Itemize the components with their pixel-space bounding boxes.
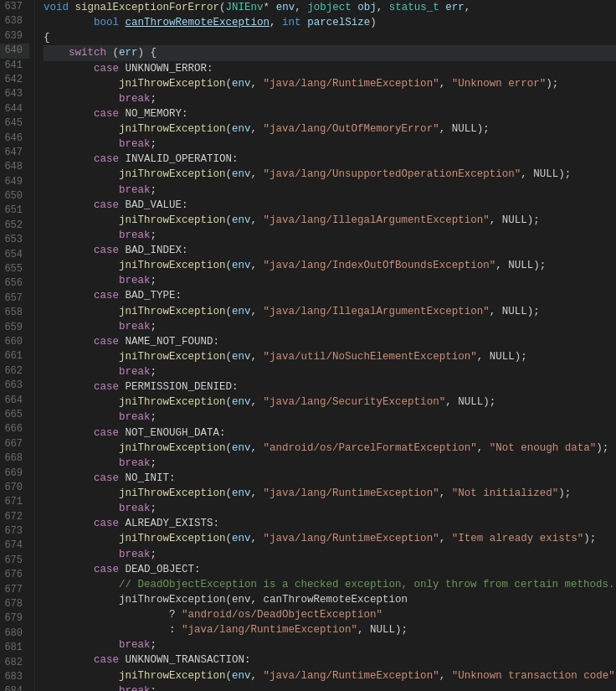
line-number: 681 <box>0 641 29 655</box>
line-number: 645 <box>0 116 29 131</box>
line-number: 659 <box>0 321 29 335</box>
code-line: case NAME_NOT_FOUND: <box>44 334 616 349</box>
line-number: 652 <box>0 219 29 233</box>
line-number: 661 <box>0 349 29 364</box>
line-number: 656 <box>0 276 29 291</box>
code-line: break; <box>44 501 616 516</box>
line-number: 664 <box>0 394 29 408</box>
code-line: jniThrowException(env, "android/os/Parce… <box>44 441 616 456</box>
code-line: case NO_MEMORY: <box>44 106 616 121</box>
line-number: 677 <box>0 583 29 597</box>
line-number: 646 <box>0 131 29 146</box>
line-number: 647 <box>0 146 29 160</box>
code-line: jniThrowException(env, "java/lang/IndexO… <box>44 258 616 273</box>
code-line: case UNKNOWN_ERROR: <box>44 61 616 76</box>
code-line: bool canThrowRemoteException, int parcel… <box>44 15 616 30</box>
line-number: 653 <box>0 233 29 247</box>
line-number: 643 <box>0 87 29 101</box>
line-number: 648 <box>0 160 29 174</box>
line-number: 672 <box>0 510 29 524</box>
line-number: 638 <box>0 14 29 28</box>
code-line: jniThrowException(env, "java/lang/OutOfM… <box>44 121 616 137</box>
line-number: 651 <box>0 204 29 218</box>
code-line: case ALREADY_EXISTS: <box>44 516 616 531</box>
line-number-gutter: 6376386396406416426436446456466476486496… <box>0 0 35 691</box>
code-line: jniThrowException(env, "java/lang/Securi… <box>44 394 616 410</box>
line-number: 673 <box>0 524 29 539</box>
line-number: 644 <box>0 102 29 116</box>
line-number: 684 <box>0 684 29 691</box>
code-line: break; <box>44 273 616 288</box>
code-line: break; <box>44 228 616 243</box>
code-line: case DEAD_OBJECT: <box>44 562 616 577</box>
line-number: 675 <box>0 554 29 568</box>
line-number: 680 <box>0 627 29 641</box>
code-line: break; <box>44 410 616 425</box>
code-line: break; <box>44 547 616 562</box>
line-number: 649 <box>0 175 29 189</box>
code-content[interactable]: void signalExceptionForError(JNIEnv* env… <box>35 0 616 691</box>
code-line: case BAD_INDEX: <box>44 243 616 258</box>
line-number: 668 <box>0 451 29 466</box>
line-number: 665 <box>0 408 29 422</box>
code-line: ? "android/os/DeadObjectException" <box>44 607 616 622</box>
code-line: jniThrowException(env, "java/lang/Runtim… <box>44 76 616 91</box>
code-line: case INVALID_OPERATION: <box>44 152 616 167</box>
code-line: case NO_INIT: <box>44 471 616 486</box>
line-number: 683 <box>0 670 29 684</box>
code-line: jniThrowException(env, "java/util/NoSuch… <box>44 349 616 364</box>
line-number: 641 <box>0 59 29 73</box>
code-line: break; <box>44 364 616 379</box>
code-line: switch (err) { <box>44 45 616 60</box>
line-number: 678 <box>0 597 29 611</box>
code-line: case PERMISSION_DENIED: <box>44 379 616 394</box>
line-number: 663 <box>0 379 29 393</box>
code-line: break; <box>44 183 616 198</box>
line-number: 655 <box>0 262 29 276</box>
line-number: 650 <box>0 189 29 204</box>
code-line: break; <box>44 637 616 652</box>
code-line: break; <box>44 319 616 334</box>
code-line: jniThrowException(env, "java/lang/Runtim… <box>44 531 616 546</box>
line-number: 640 <box>0 44 29 58</box>
code-line: case NOT_ENOUGH_DATA: <box>44 425 616 441</box>
code-line: { <box>44 30 616 45</box>
line-number: 666 <box>0 422 29 436</box>
code-line: jniThrowException(env, "java/lang/Unsupp… <box>44 167 616 182</box>
code-editor: 6376386396406416426436446456466476486496… <box>0 0 616 691</box>
line-number: 637 <box>0 0 29 14</box>
code-line: case BAD_TYPE: <box>44 288 616 303</box>
line-number: 657 <box>0 291 29 306</box>
line-number: 679 <box>0 611 29 626</box>
code-line: jniThrowException(env, "java/lang/Runtim… <box>44 668 616 683</box>
line-number: 674 <box>0 539 29 553</box>
code-line: break; <box>44 683 616 691</box>
code-line: case BAD_VALUE: <box>44 198 616 213</box>
line-number: 660 <box>0 335 29 349</box>
code-line: jniThrowException(env, "java/lang/Runtim… <box>44 486 616 501</box>
code-line: break; <box>44 91 616 106</box>
line-number: 639 <box>0 29 29 44</box>
line-number: 642 <box>0 73 29 87</box>
code-line: : "java/lang/RuntimeException", NULL); <box>44 622 616 637</box>
code-line: break; <box>44 456 616 471</box>
line-number: 682 <box>0 656 29 670</box>
line-number: 670 <box>0 481 29 495</box>
code-line: case UNKNOWN_TRANSACTION: <box>44 652 616 668</box>
code-line: // DeadObjectException is a checked exce… <box>44 577 616 592</box>
line-number: 667 <box>0 437 29 451</box>
line-number: 671 <box>0 495 29 509</box>
line-number: 669 <box>0 467 29 481</box>
code-line: jniThrowException(env, canThrowRemoteExc… <box>44 592 616 607</box>
line-number: 676 <box>0 568 29 582</box>
code-line: break; <box>44 137 616 152</box>
code-line: jniThrowException(env, "java/lang/Illega… <box>44 304 616 319</box>
line-number: 658 <box>0 306 29 320</box>
code-line: jniThrowException(env, "java/lang/Illega… <box>44 213 616 228</box>
line-number: 654 <box>0 248 29 262</box>
code-line: void signalExceptionForError(JNIEnv* env… <box>44 0 616 15</box>
line-number: 662 <box>0 364 29 379</box>
